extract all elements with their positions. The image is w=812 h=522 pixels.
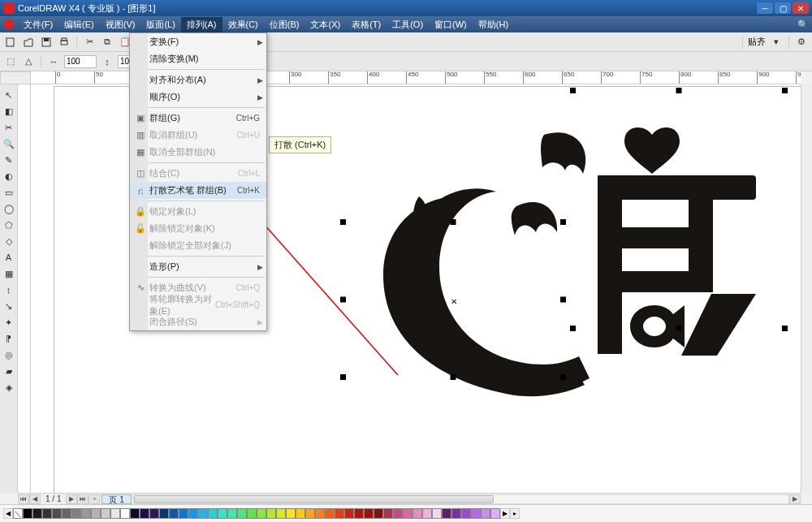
color-swatch[interactable] bbox=[422, 508, 432, 519]
color-swatch[interactable] bbox=[374, 508, 383, 519]
print-button[interactable] bbox=[57, 35, 71, 50]
menu-file[interactable]: 文件(F) bbox=[18, 17, 58, 32]
menu-edit[interactable]: 编辑(E) bbox=[58, 17, 100, 32]
menu-help[interactable]: 帮助(H) bbox=[473, 17, 514, 32]
color-swatch[interactable] bbox=[179, 508, 188, 519]
color-swatch[interactable] bbox=[101, 508, 110, 519]
ruler-vertical[interactable] bbox=[18, 84, 31, 493]
text-tool[interactable]: A bbox=[2, 250, 16, 265]
copy-button[interactable]: ⧉ bbox=[100, 35, 114, 50]
menu-break-apart[interactable]: ⎌ 打散艺术笔 群组(B) Ctrl+K bbox=[130, 182, 266, 199]
connector-tool[interactable]: ↘ bbox=[2, 299, 16, 313]
color-swatch[interactable] bbox=[42, 508, 52, 519]
color-swatch[interactable] bbox=[276, 508, 286, 519]
menu-effects[interactable]: 效果(C) bbox=[222, 17, 264, 32]
color-swatch[interactable] bbox=[286, 508, 296, 519]
scroll-right-button[interactable]: ▶ bbox=[789, 494, 801, 504]
save-button[interactable] bbox=[39, 35, 54, 50]
color-swatch[interactable] bbox=[432, 508, 442, 519]
color-swatch[interactable] bbox=[130, 508, 140, 519]
prev-page-button[interactable]: ◀ bbox=[29, 494, 41, 504]
color-swatch[interactable] bbox=[110, 508, 120, 519]
color-swatch[interactable] bbox=[461, 508, 471, 519]
outline-tool[interactable]: ◎ bbox=[2, 347, 16, 362]
color-swatch[interactable] bbox=[344, 508, 354, 519]
selection-bounds-2[interactable] bbox=[573, 91, 784, 328]
color-swatch[interactable] bbox=[305, 508, 315, 519]
menu-tools[interactable]: 工具(O) bbox=[387, 17, 429, 32]
scrollbar-vertical[interactable] bbox=[801, 84, 812, 493]
menu-layout[interactable]: 版面(L) bbox=[140, 17, 180, 32]
palette-scroll-left[interactable]: ◀ bbox=[3, 508, 13, 519]
menu-bitmap[interactable]: 位图(B) bbox=[264, 17, 305, 32]
palette-flyout[interactable]: ▸ bbox=[510, 508, 520, 519]
fill-tool[interactable]: ▰ bbox=[2, 364, 16, 378]
smart-fill-tool[interactable]: ◐ bbox=[2, 169, 16, 183]
pick-tool[interactable]: ↖ bbox=[2, 88, 16, 102]
color-swatch[interactable] bbox=[237, 508, 247, 519]
color-swatch[interactable] bbox=[247, 508, 257, 519]
color-swatch[interactable] bbox=[451, 508, 461, 519]
color-swatch[interactable] bbox=[481, 508, 490, 519]
menu-view[interactable]: 视图(V) bbox=[100, 17, 141, 32]
color-swatch[interactable] bbox=[198, 508, 208, 519]
color-swatch[interactable] bbox=[149, 508, 159, 519]
snap-dropdown[interactable]: ▾ bbox=[769, 35, 784, 50]
interactive-tool[interactable]: ✦ bbox=[2, 315, 16, 330]
add-page-button[interactable]: + bbox=[89, 494, 100, 504]
menu-align-distribute[interactable]: 对齐和分布(A) ▶ bbox=[130, 71, 266, 88]
scrollbar-thumb[interactable] bbox=[134, 495, 494, 503]
menu-window[interactable]: 窗口(W) bbox=[429, 17, 473, 32]
color-swatch[interactable] bbox=[325, 508, 335, 519]
color-swatch[interactable] bbox=[71, 508, 81, 519]
color-swatch[interactable] bbox=[23, 508, 32, 519]
color-swatch[interactable] bbox=[140, 508, 149, 519]
shape-tool[interactable]: ◧ bbox=[2, 104, 16, 119]
last-page-button[interactable]: ⏭ bbox=[77, 494, 89, 504]
color-swatch[interactable] bbox=[335, 508, 344, 519]
color-swatch[interactable] bbox=[32, 508, 42, 519]
scrollbar-horizontal[interactable] bbox=[133, 494, 789, 504]
polygon-tool[interactable]: ⬠ bbox=[2, 218, 16, 232]
eyedropper-tool[interactable]: ⁋ bbox=[2, 331, 16, 346]
palette-scroll-right[interactable]: ▶ bbox=[500, 508, 510, 519]
color-swatch[interactable] bbox=[169, 508, 179, 519]
snap-icon[interactable]: △ bbox=[21, 54, 36, 69]
crop-tool[interactable]: ✂ bbox=[2, 120, 16, 135]
color-swatch[interactable] bbox=[188, 508, 198, 519]
next-page-button[interactable]: ▶ bbox=[66, 494, 77, 504]
cut-button[interactable]: ✂ bbox=[82, 35, 97, 50]
color-swatch[interactable] bbox=[354, 508, 364, 519]
menu-clear-transform[interactable]: 清除变换(M) bbox=[130, 50, 266, 67]
maximize-button[interactable]: ▢ bbox=[775, 2, 791, 14]
color-swatch[interactable] bbox=[442, 508, 451, 519]
menu-arrange[interactable]: 排列(A) bbox=[181, 17, 222, 32]
color-swatch[interactable] bbox=[403, 508, 412, 519]
color-swatch[interactable] bbox=[412, 508, 422, 519]
ellipse-tool[interactable]: ◯ bbox=[2, 201, 16, 216]
menu-order[interactable]: 顺序(O) ▶ bbox=[130, 88, 266, 106]
color-swatch[interactable] bbox=[257, 508, 266, 519]
color-swatch[interactable] bbox=[218, 508, 227, 519]
menu-text[interactable]: 文本(X) bbox=[304, 17, 346, 32]
interactive-fill-tool[interactable]: ◈ bbox=[2, 380, 16, 395]
color-swatch[interactable] bbox=[227, 508, 237, 519]
color-swatch[interactable] bbox=[52, 508, 62, 519]
freehand-tool[interactable]: ✎ bbox=[2, 153, 16, 167]
width-input[interactable] bbox=[64, 55, 97, 68]
menu-table[interactable]: 表格(T) bbox=[346, 17, 387, 32]
color-swatch[interactable] bbox=[315, 508, 325, 519]
no-fill-swatch[interactable] bbox=[13, 508, 23, 519]
options-button[interactable]: ⚙ bbox=[794, 35, 809, 50]
color-swatch[interactable] bbox=[91, 508, 101, 519]
zoom-tool[interactable]: 🔍 bbox=[2, 136, 16, 151]
open-button[interactable] bbox=[21, 35, 36, 50]
color-swatch[interactable] bbox=[62, 508, 71, 519]
rectangle-tool[interactable]: ▭ bbox=[2, 185, 16, 200]
close-button[interactable]: ✕ bbox=[793, 2, 809, 14]
page-tab-1[interactable]: 页 1 bbox=[102, 494, 131, 504]
color-swatch[interactable] bbox=[490, 508, 500, 519]
color-swatch[interactable] bbox=[159, 508, 169, 519]
first-page-button[interactable]: ⏮ bbox=[18, 494, 29, 504]
color-swatch[interactable] bbox=[208, 508, 218, 519]
